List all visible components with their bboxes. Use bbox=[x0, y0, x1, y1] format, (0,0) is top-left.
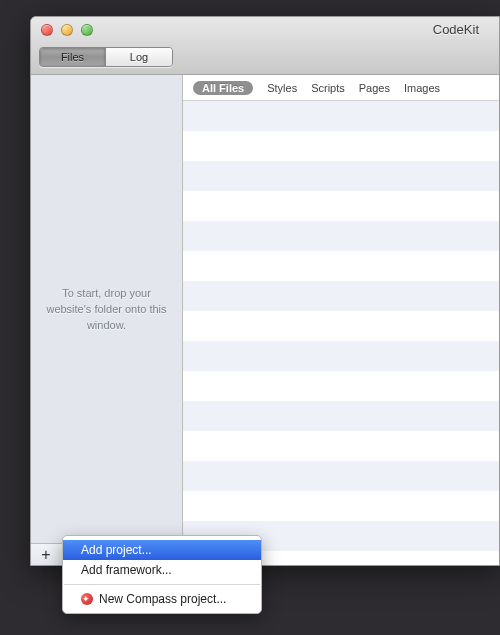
zoom-icon[interactable] bbox=[81, 24, 93, 36]
list-row bbox=[183, 341, 499, 371]
add-button[interactable]: + bbox=[37, 548, 55, 562]
titlebar: CodeKit Files Log bbox=[31, 17, 499, 75]
menu-separator bbox=[64, 584, 260, 585]
list-row bbox=[183, 491, 499, 521]
menu-add-project[interactable]: Add project... bbox=[63, 540, 261, 560]
add-context-menu: Add project... Add framework... New Comp… bbox=[62, 535, 262, 614]
list-row bbox=[183, 251, 499, 281]
view-segmented-control: Files Log bbox=[39, 47, 173, 67]
file-list bbox=[183, 101, 499, 565]
list-row bbox=[183, 311, 499, 341]
menu-add-framework[interactable]: Add framework... bbox=[63, 560, 261, 580]
main-panel: All Files Styles Scripts Pages Images bbox=[183, 75, 499, 565]
menu-new-compass[interactable]: New Compass project... bbox=[63, 589, 261, 609]
list-row bbox=[183, 281, 499, 311]
filter-all-files[interactable]: All Files bbox=[193, 81, 253, 95]
filter-styles[interactable]: Styles bbox=[267, 82, 297, 94]
menu-new-compass-label: New Compass project... bbox=[99, 591, 226, 607]
compass-icon bbox=[81, 593, 93, 605]
filter-bar: All Files Styles Scripts Pages Images bbox=[183, 75, 499, 101]
list-row bbox=[183, 461, 499, 491]
list-row bbox=[183, 101, 499, 131]
close-icon[interactable] bbox=[41, 24, 53, 36]
list-row bbox=[183, 161, 499, 191]
list-row bbox=[183, 131, 499, 161]
app-window: CodeKit Files Log To start, drop your we… bbox=[30, 16, 500, 566]
filter-pages[interactable]: Pages bbox=[359, 82, 390, 94]
list-row bbox=[183, 371, 499, 401]
list-row bbox=[183, 191, 499, 221]
traffic-lights bbox=[41, 24, 93, 36]
sidebar[interactable]: To start, drop your website's folder ont… bbox=[31, 75, 183, 565]
list-row bbox=[183, 401, 499, 431]
sidebar-hint: To start, drop your website's folder ont… bbox=[31, 75, 182, 543]
window-body: To start, drop your website's folder ont… bbox=[31, 75, 499, 565]
filter-scripts[interactable]: Scripts bbox=[311, 82, 345, 94]
tab-files[interactable]: Files bbox=[40, 48, 106, 66]
filter-images[interactable]: Images bbox=[404, 82, 440, 94]
app-title: CodeKit bbox=[433, 22, 479, 37]
tab-log[interactable]: Log bbox=[106, 48, 172, 66]
list-row bbox=[183, 431, 499, 461]
minimize-icon[interactable] bbox=[61, 24, 73, 36]
list-row bbox=[183, 221, 499, 251]
